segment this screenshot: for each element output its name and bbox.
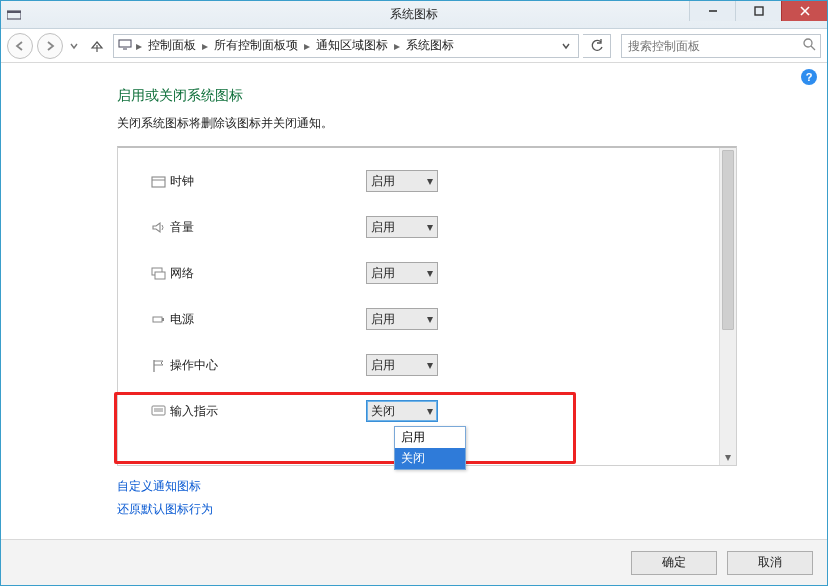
ime-dropdown-list[interactable]: 启用 关闭: [394, 426, 466, 470]
nav-forward-button[interactable]: [37, 33, 63, 59]
related-links: 自定义通知图标 还原默认图标行为: [117, 478, 791, 518]
link-customize-icons[interactable]: 自定义通知图标: [117, 478, 791, 495]
select-value: 启用: [371, 357, 395, 374]
maximize-button[interactable]: [735, 1, 781, 21]
setting-row-network: 网络 启用▾: [146, 250, 708, 296]
monitor-icon: [118, 38, 132, 53]
content-area: ? 启用或关闭系统图标 关闭系统图标将删除该图标并关闭通知。 时钟 启用▾ 音量…: [1, 63, 827, 539]
close-button[interactable]: [781, 1, 827, 21]
breadcrumb-item[interactable]: 控制面板: [146, 35, 198, 56]
page-title: 启用或关闭系统图标: [117, 87, 791, 105]
setting-select-power[interactable]: 启用▾: [366, 308, 438, 330]
svg-rect-12: [152, 177, 165, 187]
nav-up-button[interactable]: [85, 34, 109, 58]
breadcrumb-sep-icon: ▸: [136, 39, 142, 53]
titlebar: 系统图标: [1, 1, 827, 29]
svg-point-10: [804, 39, 812, 47]
clock-icon: [146, 174, 170, 189]
setting-row-volume: 音量 启用▾: [146, 204, 708, 250]
page-subtitle: 关闭系统图标将删除该图标并关闭通知。: [117, 115, 791, 132]
svg-rect-8: [119, 40, 131, 47]
setting-select-clock[interactable]: 启用▾: [366, 170, 438, 192]
setting-row-action-center: 操作中心 启用▾: [146, 342, 708, 388]
select-value: 关闭: [371, 403, 395, 420]
setting-label: 电源: [170, 311, 366, 328]
svg-rect-15: [155, 272, 165, 279]
breadcrumb-sep-icon: ▸: [202, 39, 208, 53]
power-icon: [146, 312, 170, 327]
setting-row-power: 电源 启用▾: [146, 296, 708, 342]
nav-back-button[interactable]: [7, 33, 33, 59]
select-value: 启用: [371, 173, 395, 190]
nav-history-dropdown[interactable]: [67, 33, 81, 59]
svg-rect-17: [162, 318, 164, 321]
breadcrumb-sep-icon: ▸: [394, 39, 400, 53]
setting-select-volume[interactable]: 启用▾: [366, 216, 438, 238]
chevron-down-icon: ▾: [427, 404, 433, 418]
refresh-button[interactable]: [583, 34, 611, 58]
svg-rect-4: [755, 7, 763, 15]
setting-select-ime[interactable]: 关闭▾: [366, 400, 438, 422]
svg-rect-2: [7, 11, 21, 13]
setting-label: 操作中心: [170, 357, 366, 374]
breadcrumb-item[interactable]: 系统图标: [404, 35, 456, 56]
select-value: 启用: [371, 265, 395, 282]
setting-row-clock: 时钟 启用▾: [146, 158, 708, 204]
scrollbar-thumb[interactable]: [722, 150, 734, 330]
volume-icon: [146, 220, 170, 235]
breadcrumb-item[interactable]: 通知区域图标: [314, 35, 390, 56]
setting-label: 输入指示: [170, 403, 366, 420]
ime-icon: [146, 405, 170, 417]
chevron-down-icon: ▾: [427, 220, 433, 234]
settings-list: 时钟 启用▾ 音量 启用▾ 网络 启用▾ 电源 启用▾ 操作中心 启用▾: [117, 146, 737, 466]
search-box[interactable]: [621, 34, 821, 58]
ok-button[interactable]: 确定: [631, 551, 717, 575]
network-icon: [146, 266, 170, 281]
breadcrumb-item[interactable]: 所有控制面板项: [212, 35, 300, 56]
link-restore-defaults[interactable]: 还原默认图标行为: [117, 501, 791, 518]
scrollbar-down-icon[interactable]: ▾: [720, 449, 736, 465]
select-value: 启用: [371, 311, 395, 328]
chevron-down-icon: ▾: [427, 266, 433, 280]
select-value: 启用: [371, 219, 395, 236]
search-icon: [803, 38, 816, 54]
help-icon[interactable]: ?: [801, 69, 817, 85]
setting-label: 网络: [170, 265, 366, 282]
setting-select-network[interactable]: 启用▾: [366, 262, 438, 284]
navigation-bar: ▸ 控制面板 ▸ 所有控制面板项 ▸ 通知区域图标 ▸ 系统图标: [1, 29, 827, 63]
flag-icon: [146, 358, 170, 373]
dropdown-option-enable[interactable]: 启用: [395, 427, 465, 448]
dialog-footer: 确定 取消: [1, 539, 827, 585]
svg-line-11: [811, 46, 815, 50]
search-input[interactable]: [626, 38, 803, 54]
svg-rect-16: [153, 317, 162, 322]
chevron-down-icon: ▾: [427, 358, 433, 372]
vertical-scrollbar[interactable]: ▴ ▾: [719, 148, 736, 465]
setting-label: 音量: [170, 219, 366, 236]
address-bar[interactable]: ▸ 控制面板 ▸ 所有控制面板项 ▸ 通知区域图标 ▸ 系统图标: [113, 34, 579, 58]
setting-select-action-center[interactable]: 启用▾: [366, 354, 438, 376]
breadcrumb-sep-icon: ▸: [304, 39, 310, 53]
window-app-icon: [1, 1, 27, 28]
address-dropdown-icon[interactable]: [558, 39, 574, 53]
window-controls: [689, 1, 827, 21]
chevron-down-icon: ▾: [427, 312, 433, 326]
minimize-button[interactable]: [689, 1, 735, 21]
dropdown-option-disable[interactable]: 关闭: [395, 448, 465, 469]
cancel-button[interactable]: 取消: [727, 551, 813, 575]
chevron-down-icon: ▾: [427, 174, 433, 188]
setting-label: 时钟: [170, 173, 366, 190]
